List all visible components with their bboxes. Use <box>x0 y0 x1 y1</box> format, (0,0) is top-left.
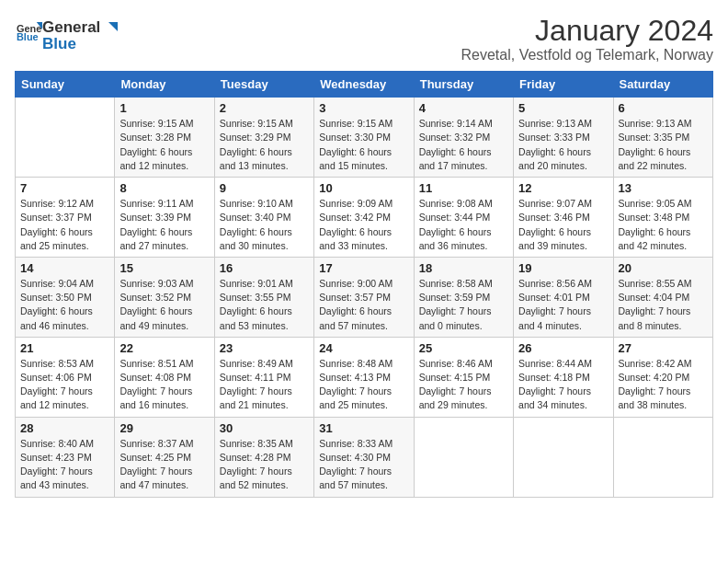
day-number: 30 <box>220 421 309 435</box>
day-number: 24 <box>319 341 408 355</box>
day-info: Sunrise: 9:13 AMSunset: 3:33 PMDaylight:… <box>518 117 608 173</box>
day-info: Sunrise: 9:15 AMSunset: 3:28 PMDaylight:… <box>119 117 209 173</box>
calendar-cell: 17Sunrise: 9:00 AMSunset: 3:57 PMDayligh… <box>314 257 414 337</box>
calendar-cell: 7Sunrise: 9:12 AMSunset: 3:37 PMDaylight… <box>16 178 115 258</box>
day-number: 5 <box>518 101 608 115</box>
calendar-table: SundayMondayTuesdayWednesdayThursdayFrid… <box>15 71 713 497</box>
calendar-cell: 13Sunrise: 9:05 AMSunset: 3:48 PMDayligh… <box>613 178 712 258</box>
day-info: Sunrise: 9:11 AMSunset: 3:39 PMDaylight:… <box>119 197 209 253</box>
week-row-1: 1Sunrise: 9:15 AMSunset: 3:28 PMDaylight… <box>16 98 713 178</box>
day-number: 17 <box>319 261 408 275</box>
calendar-cell: 25Sunrise: 8:46 AMSunset: 4:15 PMDayligh… <box>414 337 513 417</box>
day-number: 1 <box>119 101 209 115</box>
day-number: 20 <box>619 261 708 275</box>
day-info: Sunrise: 9:15 AMSunset: 3:30 PMDaylight:… <box>319 117 408 173</box>
calendar-cell: 26Sunrise: 8:44 AMSunset: 4:18 PMDayligh… <box>514 337 613 417</box>
week-row-2: 7Sunrise: 9:12 AMSunset: 3:37 PMDaylight… <box>16 178 713 258</box>
day-info: Sunrise: 8:49 AMSunset: 4:11 PMDaylight:… <box>220 357 309 413</box>
day-info: Sunrise: 9:07 AMSunset: 3:46 PMDaylight:… <box>518 197 608 253</box>
day-info: Sunrise: 9:05 AMSunset: 3:48 PMDaylight:… <box>619 197 708 253</box>
day-info: Sunrise: 8:33 AMSunset: 4:30 PMDaylight:… <box>319 437 408 493</box>
weekday-header-saturday: Saturday <box>613 72 712 98</box>
day-info: Sunrise: 9:14 AMSunset: 3:32 PMDaylight:… <box>419 117 508 173</box>
logo-general: General <box>42 18 118 37</box>
day-info: Sunrise: 8:44 AMSunset: 4:18 PMDaylight:… <box>518 357 608 413</box>
day-info: Sunrise: 8:35 AMSunset: 4:28 PMDaylight:… <box>220 437 309 493</box>
weekday-header-wednesday: Wednesday <box>314 72 414 98</box>
day-number: 31 <box>319 421 408 435</box>
day-info: Sunrise: 9:10 AMSunset: 3:40 PMDaylight:… <box>220 197 309 253</box>
weekday-header-friday: Friday <box>514 72 613 98</box>
calendar-cell: 23Sunrise: 8:49 AMSunset: 4:11 PMDayligh… <box>214 337 313 417</box>
day-number: 9 <box>220 181 309 195</box>
calendar-cell: 21Sunrise: 8:53 AMSunset: 4:06 PMDayligh… <box>16 337 115 417</box>
calendar-cell: 16Sunrise: 9:01 AMSunset: 3:55 PMDayligh… <box>214 257 313 337</box>
day-info: Sunrise: 9:12 AMSunset: 3:37 PMDaylight:… <box>20 197 109 253</box>
calendar-cell: 18Sunrise: 8:58 AMSunset: 3:59 PMDayligh… <box>414 257 513 337</box>
calendar-cell: 22Sunrise: 8:51 AMSunset: 4:08 PMDayligh… <box>115 337 214 417</box>
day-number: 27 <box>619 341 708 355</box>
day-info: Sunrise: 8:58 AMSunset: 3:59 PMDaylight:… <box>419 277 508 333</box>
calendar-title: January 2024 <box>461 15 714 47</box>
calendar-cell: 1Sunrise: 9:15 AMSunset: 3:28 PMDaylight… <box>115 98 214 178</box>
svg-marker-3 <box>108 22 118 31</box>
svg-text:Blue: Blue <box>17 31 39 42</box>
calendar-cell: 10Sunrise: 9:09 AMSunset: 3:42 PMDayligh… <box>314 178 414 258</box>
day-info: Sunrise: 8:51 AMSunset: 4:08 PMDaylight:… <box>119 357 209 413</box>
day-info: Sunrise: 9:00 AMSunset: 3:57 PMDaylight:… <box>319 277 408 333</box>
day-info: Sunrise: 9:13 AMSunset: 3:35 PMDaylight:… <box>619 117 708 173</box>
calendar-cell: 29Sunrise: 8:37 AMSunset: 4:25 PMDayligh… <box>115 417 214 497</box>
day-number: 29 <box>119 421 209 435</box>
day-info: Sunrise: 9:03 AMSunset: 3:52 PMDaylight:… <box>119 277 209 333</box>
calendar-cell <box>613 417 712 497</box>
calendar-cell: 15Sunrise: 9:03 AMSunset: 3:52 PMDayligh… <box>115 257 214 337</box>
day-number: 10 <box>319 181 408 195</box>
calendar-cell: 9Sunrise: 9:10 AMSunset: 3:40 PMDaylight… <box>214 178 313 258</box>
day-info: Sunrise: 9:01 AMSunset: 3:55 PMDaylight:… <box>220 277 309 333</box>
day-info: Sunrise: 8:48 AMSunset: 4:13 PMDaylight:… <box>319 357 408 413</box>
calendar-cell: 24Sunrise: 8:48 AMSunset: 4:13 PMDayligh… <box>314 337 414 417</box>
calendar-cell: 3Sunrise: 9:15 AMSunset: 3:30 PMDaylight… <box>314 98 414 178</box>
calendar-cell: 27Sunrise: 8:42 AMSunset: 4:20 PMDayligh… <box>613 337 712 417</box>
day-number: 28 <box>20 421 109 435</box>
day-number: 23 <box>220 341 309 355</box>
day-number: 18 <box>419 261 508 275</box>
day-number: 16 <box>220 261 309 275</box>
day-number: 3 <box>319 101 408 115</box>
day-info: Sunrise: 9:04 AMSunset: 3:50 PMDaylight:… <box>20 277 109 333</box>
calendar-cell: 12Sunrise: 9:07 AMSunset: 3:46 PMDayligh… <box>514 178 613 258</box>
calendar-cell: 8Sunrise: 9:11 AMSunset: 3:39 PMDaylight… <box>115 178 214 258</box>
day-info: Sunrise: 8:42 AMSunset: 4:20 PMDaylight:… <box>619 357 708 413</box>
day-info: Sunrise: 8:46 AMSunset: 4:15 PMDaylight:… <box>419 357 508 413</box>
calendar-cell: 4Sunrise: 9:14 AMSunset: 3:32 PMDaylight… <box>414 98 513 178</box>
calendar-cell <box>514 417 613 497</box>
weekday-header-sunday: Sunday <box>16 72 115 98</box>
logo-triangle-icon <box>101 20 118 37</box>
day-info: Sunrise: 9:09 AMSunset: 3:42 PMDaylight:… <box>319 197 408 253</box>
calendar-cell: 2Sunrise: 9:15 AMSunset: 3:29 PMDaylight… <box>214 98 313 178</box>
calendar-cell <box>16 98 115 178</box>
day-number: 22 <box>119 341 209 355</box>
calendar-cell: 30Sunrise: 8:35 AMSunset: 4:28 PMDayligh… <box>214 417 313 497</box>
calendar-cell: 19Sunrise: 8:56 AMSunset: 4:01 PMDayligh… <box>514 257 613 337</box>
page-header: General Blue General Blue January 2024 R… <box>15 15 713 63</box>
logo-icon: General Blue <box>17 19 42 45</box>
day-number: 25 <box>419 341 508 355</box>
day-info: Sunrise: 8:53 AMSunset: 4:06 PMDaylight:… <box>20 357 109 413</box>
day-number: 7 <box>20 181 109 195</box>
calendar-subtitle: Revetal, Vestfold og Telemark, Norway <box>461 47 714 63</box>
day-number: 26 <box>518 341 608 355</box>
day-number: 8 <box>119 181 209 195</box>
logo: General Blue General Blue <box>15 15 118 52</box>
week-row-3: 14Sunrise: 9:04 AMSunset: 3:50 PMDayligh… <box>16 257 713 337</box>
logo-blue: Blue <box>42 35 118 53</box>
day-info: Sunrise: 9:15 AMSunset: 3:29 PMDaylight:… <box>220 117 309 173</box>
week-row-4: 21Sunrise: 8:53 AMSunset: 4:06 PMDayligh… <box>16 337 713 417</box>
day-info: Sunrise: 8:40 AMSunset: 4:23 PMDaylight:… <box>20 437 109 493</box>
day-number: 6 <box>619 101 708 115</box>
calendar-cell: 28Sunrise: 8:40 AMSunset: 4:23 PMDayligh… <box>16 417 115 497</box>
title-block: January 2024 Revetal, Vestfold og Telema… <box>461 15 714 63</box>
calendar-cell: 6Sunrise: 9:13 AMSunset: 3:35 PMDaylight… <box>613 98 712 178</box>
calendar-cell: 20Sunrise: 8:55 AMSunset: 4:04 PMDayligh… <box>613 257 712 337</box>
calendar-cell: 11Sunrise: 9:08 AMSunset: 3:44 PMDayligh… <box>414 178 513 258</box>
